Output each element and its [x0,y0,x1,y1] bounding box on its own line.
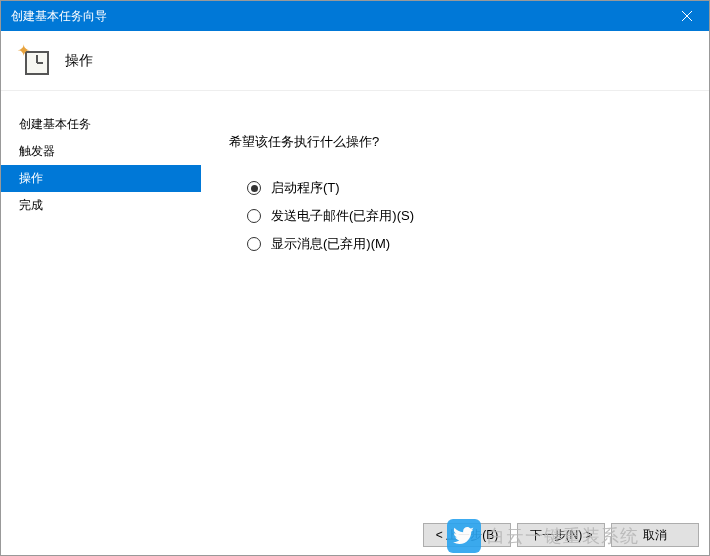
close-button[interactable] [664,1,709,31]
sidebar-item-finish[interactable]: 完成 [1,192,201,219]
close-icon [682,11,692,21]
radio-label: 显示消息(已弃用)(M) [271,235,390,253]
sidebar-item-trigger[interactable]: 触发器 [1,138,201,165]
wizard-header: ✦ 操作 [1,31,709,91]
radio-show-message[interactable]: 显示消息(已弃用)(M) [247,235,689,253]
cancel-button[interactable]: 取消 [611,523,699,547]
wizard-sidebar: 创建基本任务 触发器 操作 完成 [1,91,201,515]
radio-send-email[interactable]: 发送电子邮件(已弃用)(S) [247,207,689,225]
scheduler-icon: ✦ [19,45,51,77]
page-title: 操作 [65,52,93,70]
next-button[interactable]: 下一步(N) > [517,523,605,547]
content-area: 创建基本任务 触发器 操作 完成 希望该任务执行什么操作? 启动程序(T) 发送… [1,91,709,515]
sidebar-item-create-task[interactable]: 创建基本任务 [1,111,201,138]
radio-label: 启动程序(T) [271,179,340,197]
titlebar-title: 创建基本任务向导 [11,8,664,25]
wizard-footer: 白云一键重装系统 < 上一步(B) 下一步(N) > 取消 [1,515,709,555]
main-panel: 希望该任务执行什么操作? 启动程序(T) 发送电子邮件(已弃用)(S) 显示消息… [201,91,709,515]
radio-icon [247,237,261,251]
back-button[interactable]: < 上一步(B) [423,523,511,547]
radio-icon [247,181,261,195]
radio-start-program[interactable]: 启动程序(T) [247,179,689,197]
radio-label: 发送电子邮件(已弃用)(S) [271,207,414,225]
action-radio-group: 启动程序(T) 发送电子邮件(已弃用)(S) 显示消息(已弃用)(M) [229,179,689,253]
sidebar-item-action[interactable]: 操作 [1,165,201,192]
titlebar: 创建基本任务向导 [1,1,709,31]
radio-icon [247,209,261,223]
action-prompt: 希望该任务执行什么操作? [229,133,689,151]
